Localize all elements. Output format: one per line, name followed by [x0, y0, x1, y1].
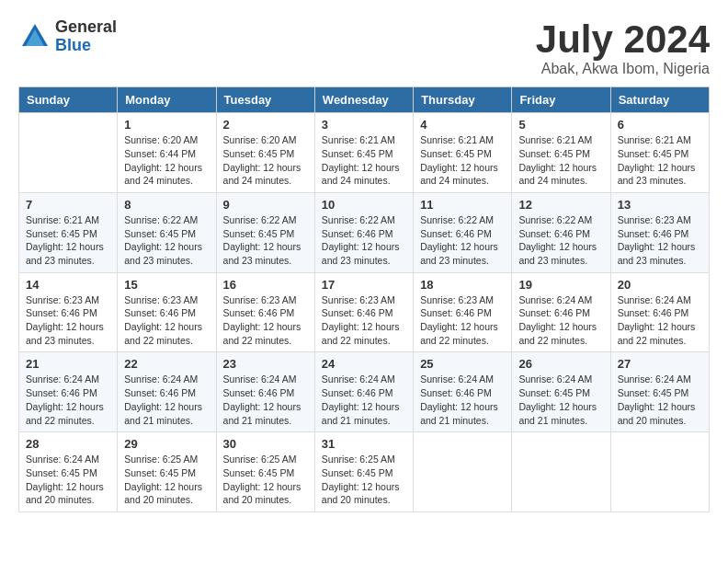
calendar-header-cell: Monday — [118, 87, 216, 113]
calendar-day-cell: 30Sunrise: 6:25 AM Sunset: 6:45 PM Dayli… — [216, 432, 314, 512]
day-number: 25 — [420, 357, 505, 371]
calendar-day-cell: 10Sunrise: 6:22 AM Sunset: 6:46 PM Dayli… — [314, 192, 413, 272]
day-info: Sunrise: 6:24 AM Sunset: 6:46 PM Dayligh… — [124, 373, 209, 427]
main-title: July 2024 — [536, 18, 710, 61]
day-info: Sunrise: 6:24 AM Sunset: 6:45 PM Dayligh… — [518, 373, 603, 427]
calendar-day-cell: 20Sunrise: 6:24 AM Sunset: 6:46 PM Dayli… — [610, 272, 709, 352]
calendar-day-cell: 22Sunrise: 6:24 AM Sunset: 6:46 PM Dayli… — [118, 352, 216, 432]
day-number: 27 — [618, 357, 702, 371]
day-info: Sunrise: 6:25 AM Sunset: 6:45 PM Dayligh… — [223, 453, 308, 507]
day-info: Sunrise: 6:22 AM Sunset: 6:46 PM Dayligh… — [518, 213, 603, 268]
calendar-day-cell: 9Sunrise: 6:22 AM Sunset: 6:45 PM Daylig… — [216, 192, 314, 272]
calendar-day-cell — [19, 113, 118, 193]
calendar-day-cell: 11Sunrise: 6:22 AM Sunset: 6:46 PM Dayli… — [414, 192, 512, 272]
logo-icon — [18, 20, 51, 53]
day-number: 4 — [420, 118, 505, 132]
calendar-day-cell — [414, 432, 512, 512]
page-header: General Blue July 2024 Abak, Akwa Ibom, … — [18, 18, 710, 77]
calendar-day-cell: 21Sunrise: 6:24 AM Sunset: 6:46 PM Dayli… — [19, 352, 118, 432]
day-info: Sunrise: 6:22 AM Sunset: 6:46 PM Dayligh… — [322, 213, 406, 268]
day-info: Sunrise: 6:24 AM Sunset: 6:46 PM Dayligh… — [518, 293, 603, 348]
day-number: 13 — [618, 198, 702, 212]
day-number: 26 — [518, 357, 603, 371]
calendar-day-cell: 17Sunrise: 6:23 AM Sunset: 6:46 PM Dayli… — [314, 272, 413, 352]
day-number: 29 — [124, 437, 209, 451]
calendar-day-cell: 19Sunrise: 6:24 AM Sunset: 6:46 PM Dayli… — [512, 272, 610, 352]
calendar-day-cell: 29Sunrise: 6:25 AM Sunset: 6:45 PM Dayli… — [118, 432, 216, 512]
calendar-day-cell: 12Sunrise: 6:22 AM Sunset: 6:46 PM Dayli… — [512, 192, 610, 272]
logo-general: General — [55, 18, 117, 37]
calendar-day-cell: 24Sunrise: 6:24 AM Sunset: 6:46 PM Dayli… — [314, 352, 413, 432]
day-info: Sunrise: 6:23 AM Sunset: 6:46 PM Dayligh… — [618, 213, 702, 268]
day-info: Sunrise: 6:21 AM Sunset: 6:45 PM Dayligh… — [618, 133, 702, 188]
day-info: Sunrise: 6:23 AM Sunset: 6:46 PM Dayligh… — [223, 293, 308, 348]
calendar-week-row: 28Sunrise: 6:24 AM Sunset: 6:45 PM Dayli… — [19, 432, 710, 512]
day-info: Sunrise: 6:20 AM Sunset: 6:44 PM Dayligh… — [124, 133, 209, 188]
calendar-header-row: SundayMondayTuesdayWednesdayThursdayFrid… — [19, 87, 710, 113]
day-info: Sunrise: 6:24 AM Sunset: 6:46 PM Dayligh… — [322, 373, 406, 427]
calendar-body: 1Sunrise: 6:20 AM Sunset: 6:44 PM Daylig… — [19, 113, 710, 512]
day-info: Sunrise: 6:23 AM Sunset: 6:46 PM Dayligh… — [124, 293, 209, 348]
day-number: 21 — [26, 357, 110, 371]
calendar-week-row: 21Sunrise: 6:24 AM Sunset: 6:46 PM Dayli… — [19, 352, 710, 432]
calendar-day-cell: 3Sunrise: 6:21 AM Sunset: 6:45 PM Daylig… — [314, 113, 413, 193]
calendar-day-cell: 23Sunrise: 6:24 AM Sunset: 6:46 PM Dayli… — [216, 352, 314, 432]
day-info: Sunrise: 6:24 AM Sunset: 6:46 PM Dayligh… — [420, 373, 505, 427]
day-number: 23 — [223, 357, 308, 371]
day-number: 24 — [322, 357, 406, 371]
calendar-header-cell: Friday — [512, 87, 610, 113]
day-number: 17 — [322, 278, 406, 292]
day-number: 15 — [124, 278, 209, 292]
day-info: Sunrise: 6:24 AM Sunset: 6:46 PM Dayligh… — [223, 373, 308, 427]
day-number: 2 — [223, 118, 308, 132]
day-info: Sunrise: 6:21 AM Sunset: 6:45 PM Dayligh… — [420, 133, 505, 188]
calendar-header-cell: Wednesday — [314, 87, 413, 113]
day-info: Sunrise: 6:24 AM Sunset: 6:45 PM Dayligh… — [26, 453, 110, 507]
day-number: 9 — [223, 198, 308, 212]
calendar-day-cell: 5Sunrise: 6:21 AM Sunset: 6:45 PM Daylig… — [512, 113, 610, 193]
day-number: 16 — [223, 278, 308, 292]
calendar-header-cell: Sunday — [19, 87, 118, 113]
day-number: 12 — [518, 198, 603, 212]
calendar-week-row: 14Sunrise: 6:23 AM Sunset: 6:46 PM Dayli… — [19, 272, 710, 352]
calendar-table: SundayMondayTuesdayWednesdayThursdayFrid… — [18, 86, 710, 512]
day-number: 20 — [618, 278, 702, 292]
calendar-day-cell: 4Sunrise: 6:21 AM Sunset: 6:45 PM Daylig… — [414, 113, 512, 193]
day-number: 11 — [420, 198, 505, 212]
calendar-day-cell — [610, 432, 709, 512]
day-number: 3 — [322, 118, 406, 132]
day-info: Sunrise: 6:23 AM Sunset: 6:46 PM Dayligh… — [420, 293, 505, 348]
day-number: 30 — [223, 437, 308, 451]
calendar-week-row: 1Sunrise: 6:20 AM Sunset: 6:44 PM Daylig… — [19, 113, 710, 193]
logo-blue: Blue — [55, 37, 117, 55]
day-info: Sunrise: 6:22 AM Sunset: 6:45 PM Dayligh… — [223, 213, 308, 268]
calendar-day-cell: 2Sunrise: 6:20 AM Sunset: 6:45 PM Daylig… — [216, 113, 314, 193]
day-number: 5 — [518, 118, 603, 132]
day-number: 1 — [124, 118, 209, 132]
day-number: 28 — [26, 437, 110, 451]
day-number: 18 — [420, 278, 505, 292]
calendar-day-cell: 13Sunrise: 6:23 AM Sunset: 6:46 PM Dayli… — [610, 192, 709, 272]
calendar-day-cell: 1Sunrise: 6:20 AM Sunset: 6:44 PM Daylig… — [118, 113, 216, 193]
day-info: Sunrise: 6:23 AM Sunset: 6:46 PM Dayligh… — [322, 293, 406, 348]
day-number: 10 — [322, 198, 406, 212]
day-info: Sunrise: 6:24 AM Sunset: 6:46 PM Dayligh… — [618, 293, 702, 348]
day-info: Sunrise: 6:22 AM Sunset: 6:45 PM Dayligh… — [124, 213, 209, 268]
calendar-header-cell: Thursday — [414, 87, 512, 113]
day-number: 22 — [124, 357, 209, 371]
title-block: July 2024 Abak, Akwa Ibom, Nigeria — [536, 18, 710, 77]
calendar-day-cell: 25Sunrise: 6:24 AM Sunset: 6:46 PM Dayli… — [414, 352, 512, 432]
day-number: 8 — [124, 198, 209, 212]
day-info: Sunrise: 6:22 AM Sunset: 6:46 PM Dayligh… — [420, 213, 505, 268]
calendar-day-cell: 8Sunrise: 6:22 AM Sunset: 6:45 PM Daylig… — [118, 192, 216, 272]
day-info: Sunrise: 6:21 AM Sunset: 6:45 PM Dayligh… — [26, 213, 110, 268]
day-info: Sunrise: 6:24 AM Sunset: 6:46 PM Dayligh… — [26, 373, 110, 427]
calendar-day-cell: 31Sunrise: 6:25 AM Sunset: 6:45 PM Dayli… — [314, 432, 413, 512]
day-info: Sunrise: 6:24 AM Sunset: 6:45 PM Dayligh… — [618, 373, 702, 427]
calendar-day-cell: 15Sunrise: 6:23 AM Sunset: 6:46 PM Dayli… — [118, 272, 216, 352]
day-info: Sunrise: 6:25 AM Sunset: 6:45 PM Dayligh… — [322, 453, 406, 507]
day-number: 19 — [518, 278, 603, 292]
calendar-day-cell — [512, 432, 610, 512]
calendar-day-cell: 7Sunrise: 6:21 AM Sunset: 6:45 PM Daylig… — [19, 192, 118, 272]
logo-text: General Blue — [55, 18, 117, 55]
